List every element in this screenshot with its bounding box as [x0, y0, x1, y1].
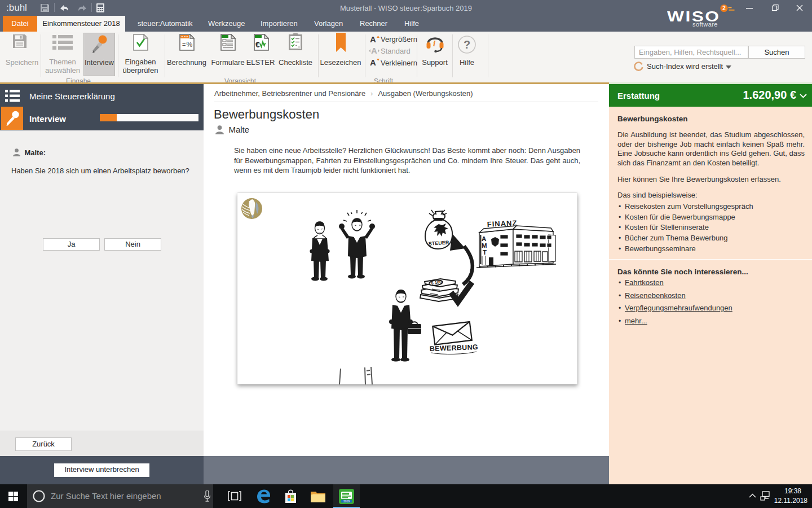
svg-text:2: 2	[722, 5, 726, 11]
svg-text:i: i	[433, 39, 436, 48]
svg-text:M: M	[482, 242, 487, 249]
svg-text:A: A	[482, 235, 486, 242]
svg-text:A: A	[371, 46, 377, 54]
svg-text:BEWERBUNG: BEWERBUNG	[430, 343, 478, 353]
svg-text:A: A	[370, 34, 376, 43]
svg-text:?: ?	[464, 38, 470, 51]
svg-text:€: €	[255, 40, 260, 49]
svg-text:A: A	[370, 58, 376, 66]
svg-text:=%: =%	[182, 41, 192, 49]
svg-text:2019: 2019	[343, 500, 350, 503]
svg-text:T: T	[483, 249, 487, 256]
svg-text:FINANZ: FINANZ	[487, 218, 517, 229]
